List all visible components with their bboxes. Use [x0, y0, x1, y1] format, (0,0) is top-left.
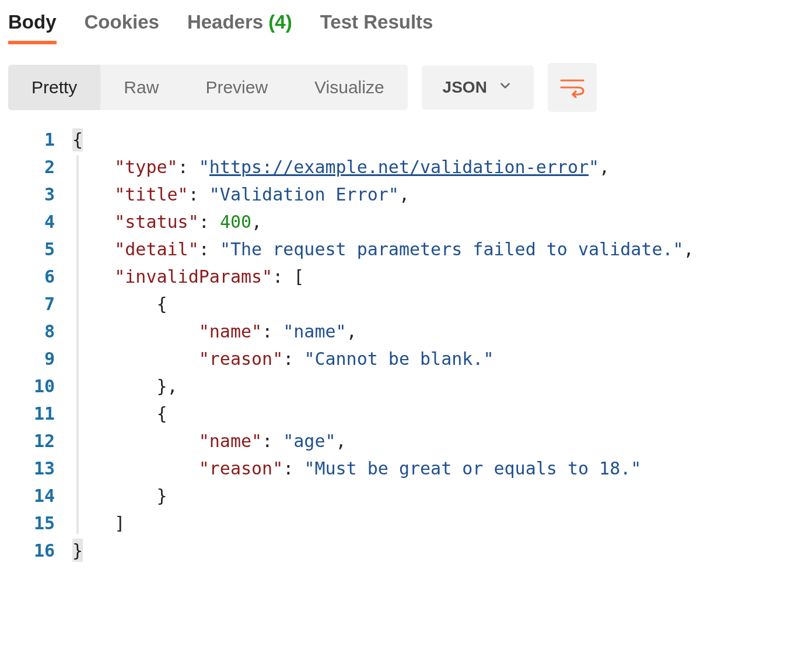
code-token: "age"	[283, 431, 335, 451]
code-token: :	[283, 458, 304, 479]
line-number: 7	[8, 290, 57, 318]
line-number-gutter: 12345678910111213141516	[8, 126, 72, 564]
line-number: 4	[8, 208, 57, 235]
line-number: 6	[8, 263, 57, 290]
code-token	[72, 212, 114, 232]
code-token: "	[589, 157, 599, 177]
code-token	[72, 157, 114, 177]
tab-headers-label: Headers	[187, 11, 263, 33]
code-token: }	[72, 540, 83, 561]
code-token	[72, 431, 199, 451]
code-token: "title"	[114, 184, 188, 205]
code-token: }	[72, 486, 167, 506]
code-token: "reason"	[199, 458, 284, 479]
code-line[interactable]: "status": 400,	[72, 208, 694, 235]
view-mode-preview[interactable]: Preview	[182, 65, 291, 110]
code-line[interactable]: "reason": "Cannot be blank."	[72, 345, 694, 372]
code-token: "name"	[199, 321, 262, 342]
code-token: "reason"	[199, 349, 284, 369]
code-line[interactable]: "type": "https://example.net/validation-…	[72, 153, 694, 181]
code-token	[72, 266, 114, 287]
line-wrap-button[interactable]	[548, 63, 597, 112]
line-number: 8	[8, 318, 57, 345]
code-token: :	[283, 349, 304, 369]
response-tabs: Body Cookies Headers (4) Test Results	[8, 12, 804, 57]
line-number: 1	[8, 126, 57, 153]
code-line[interactable]: "name": "name",	[72, 318, 694, 345]
tab-cookies[interactable]: Cookies	[85, 12, 159, 44]
code-token: :	[262, 431, 283, 451]
line-number: 15	[8, 509, 57, 537]
code-token: :	[199, 212, 220, 232]
line-wrap-icon	[560, 77, 584, 98]
code-line[interactable]: {	[72, 126, 694, 153]
code-line[interactable]: {	[72, 400, 694, 427]
view-mode-pretty[interactable]: Pretty	[8, 65, 100, 110]
code-token: "type"	[114, 157, 177, 177]
code-token: ,	[599, 157, 610, 177]
line-number: 2	[8, 153, 57, 181]
format-dropdown[interactable]: JSON	[422, 65, 534, 110]
code-token	[72, 184, 114, 205]
code-line[interactable]: "title": "Validation Error",	[72, 181, 694, 208]
code-line[interactable]: },	[72, 372, 694, 400]
view-mode-switcher: Pretty Raw Preview Visualize	[8, 65, 408, 110]
code-token: "Cannot be blank."	[304, 349, 494, 369]
code-token: ,	[684, 239, 694, 259]
code-token: "invalidParams"	[114, 266, 272, 287]
line-number: 10	[8, 372, 57, 400]
view-mode-raw[interactable]: Raw	[100, 65, 182, 110]
code-content[interactable]: { "type": "https://example.net/validatio…	[72, 126, 694, 564]
code-token	[72, 239, 114, 259]
code-token	[72, 458, 199, 479]
line-number: 16	[8, 537, 57, 564]
code-line[interactable]: }	[72, 537, 694, 564]
code-line[interactable]: "detail": "The request parameters failed…	[72, 235, 694, 263]
response-body-viewer: 12345678910111213141516 { "type": "https…	[8, 126, 804, 564]
response-toolbar: Pretty Raw Preview Visualize JSON	[8, 63, 804, 112]
line-number: 13	[8, 455, 57, 482]
tab-headers[interactable]: Headers (4)	[187, 12, 292, 44]
code-line[interactable]: "name": "age",	[72, 427, 694, 455]
code-token: :	[188, 184, 209, 205]
code-token: "Must be great or equals to 18."	[304, 458, 641, 479]
code-token: :	[199, 239, 220, 259]
code-line[interactable]: }	[72, 482, 694, 509]
tab-body[interactable]: Body	[8, 12, 57, 44]
code-token: ,	[336, 431, 346, 451]
code-line[interactable]: {	[72, 290, 694, 318]
code-token: {	[72, 403, 167, 424]
chevron-down-icon	[498, 78, 513, 97]
tab-headers-count: (4)	[268, 11, 292, 33]
code-token: :	[262, 321, 283, 342]
format-dropdown-label: JSON	[443, 78, 487, 97]
code-token: {	[72, 129, 83, 150]
line-number: 9	[8, 345, 57, 372]
code-token	[72, 321, 199, 342]
code-token: },	[72, 376, 178, 396]
tab-test-results[interactable]: Test Results	[320, 12, 433, 44]
line-number: 12	[8, 427, 57, 455]
code-line[interactable]: ]	[72, 509, 694, 537]
code-token: https://example.net/validation-error	[209, 157, 589, 177]
code-token: "name"	[199, 431, 262, 451]
view-mode-visualize[interactable]: Visualize	[291, 65, 408, 110]
line-number: 3	[8, 181, 57, 208]
code-line[interactable]: "reason": "Must be great or equals to 18…	[72, 455, 694, 482]
code-token: ,	[251, 212, 262, 232]
code-token: "name"	[283, 321, 346, 342]
line-number: 5	[8, 235, 57, 263]
code-token: "	[199, 157, 209, 177]
code-token: {	[72, 294, 167, 314]
code-token: ,	[399, 184, 410, 205]
code-token: ]	[72, 513, 125, 533]
code-token: "The request parameters failed to valida…	[220, 239, 684, 259]
code-line[interactable]: "invalidParams": [	[72, 263, 694, 290]
code-token	[72, 349, 199, 369]
code-token: "status"	[114, 212, 199, 232]
code-token: "Validation Error"	[209, 184, 399, 205]
line-number: 11	[8, 400, 57, 427]
code-token: "detail"	[114, 239, 199, 259]
code-token: :	[178, 157, 199, 177]
code-token: : [	[272, 266, 304, 287]
